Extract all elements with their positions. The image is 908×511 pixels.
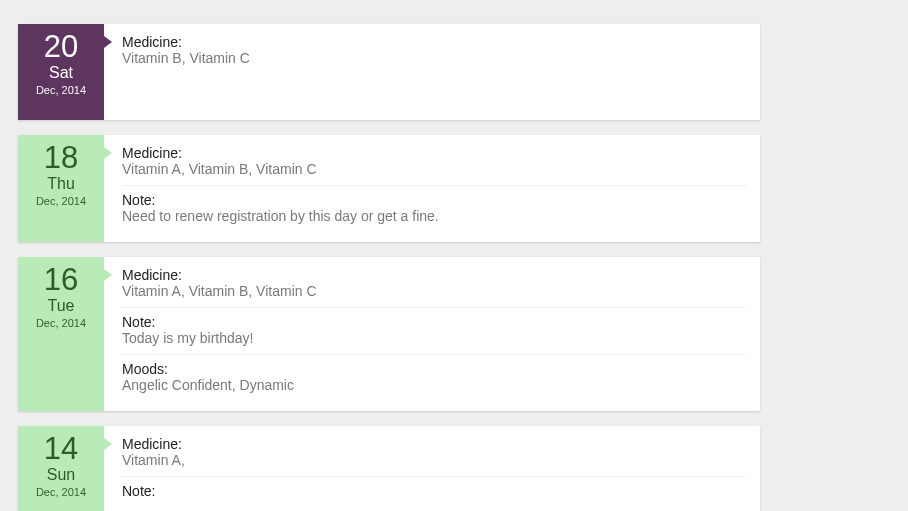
divider	[122, 307, 746, 308]
divider	[122, 476, 746, 477]
section-value: Vitamin A, Vitamin B, Vitamin C	[122, 283, 746, 299]
section-value: Vitamin B, Vitamin C	[122, 50, 746, 66]
journal-entry[interactable]: 16 Tue Dec, 2014 Medicine: Vitamin A, Vi…	[18, 257, 760, 411]
section-value: Angelic Confident, Dynamic	[122, 377, 746, 393]
entry-content: Medicine: Vitamin A, Note:	[104, 426, 760, 511]
section-label: Medicine:	[122, 436, 746, 452]
section-label: Note:	[122, 314, 746, 330]
date-month-year: Dec, 2014	[18, 486, 104, 498]
section-value: Vitamin A,	[122, 452, 746, 468]
section-label: Note:	[122, 192, 746, 208]
date-badge: 20 Sat Dec, 2014	[18, 24, 104, 120]
date-badge: 18 Thu Dec, 2014	[18, 135, 104, 242]
journal-list: 20 Sat Dec, 2014 Medicine: Vitamin B, Vi…	[0, 0, 780, 511]
date-day: 16	[18, 263, 104, 297]
date-month-year: Dec, 2014	[18, 317, 104, 329]
section-label: Moods:	[122, 361, 746, 377]
date-badge: 14 Sun Dec, 2014	[18, 426, 104, 511]
date-day: 14	[18, 432, 104, 466]
section-label: Medicine:	[122, 267, 746, 283]
journal-entry[interactable]: 18 Thu Dec, 2014 Medicine: Vitamin A, Vi…	[18, 135, 760, 242]
date-month-year: Dec, 2014	[18, 195, 104, 207]
section-value: Today is my birthday!	[122, 330, 746, 346]
entry-content: Medicine: Vitamin B, Vitamin C	[104, 24, 760, 120]
date-weekday: Sun	[18, 466, 104, 484]
divider	[122, 185, 746, 186]
date-weekday: Sat	[18, 64, 104, 82]
section-value: Need to renew registration by this day o…	[122, 208, 746, 224]
date-day: 18	[18, 141, 104, 175]
date-day: 20	[18, 30, 104, 64]
section-label: Note:	[122, 483, 746, 499]
journal-entry[interactable]: 14 Sun Dec, 2014 Medicine: Vitamin A, No…	[18, 426, 760, 511]
entry-content: Medicine: Vitamin A, Vitamin B, Vitamin …	[104, 135, 760, 242]
journal-entry[interactable]: 20 Sat Dec, 2014 Medicine: Vitamin B, Vi…	[18, 24, 760, 120]
section-label: Medicine:	[122, 34, 746, 50]
entry-content: Medicine: Vitamin A, Vitamin B, Vitamin …	[104, 257, 760, 411]
date-month-year: Dec, 2014	[18, 84, 104, 96]
section-value: Vitamin A, Vitamin B, Vitamin C	[122, 161, 746, 177]
date-badge: 16 Tue Dec, 2014	[18, 257, 104, 411]
date-weekday: Thu	[18, 175, 104, 193]
section-label: Medicine:	[122, 145, 746, 161]
divider	[122, 354, 746, 355]
date-weekday: Tue	[18, 297, 104, 315]
